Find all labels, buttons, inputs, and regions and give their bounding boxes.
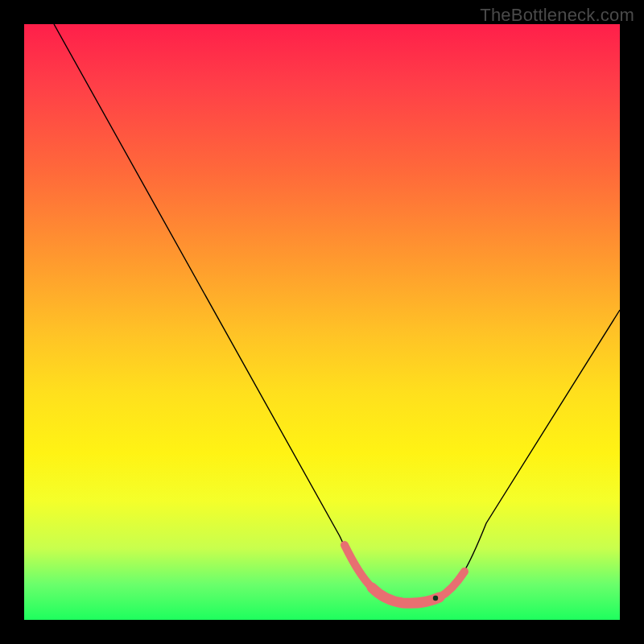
highlight-right	[440, 572, 464, 597]
plot-area	[24, 24, 620, 620]
highlight-middle	[372, 588, 440, 603]
min-point-marker	[433, 596, 438, 601]
attribution-label: TheBottleneck.com	[480, 5, 634, 26]
bottleneck-curve	[54, 24, 620, 602]
chart-frame: TheBottleneck.com	[0, 0, 644, 644]
highlight-left	[345, 545, 372, 588]
plot-svg	[24, 24, 620, 620]
